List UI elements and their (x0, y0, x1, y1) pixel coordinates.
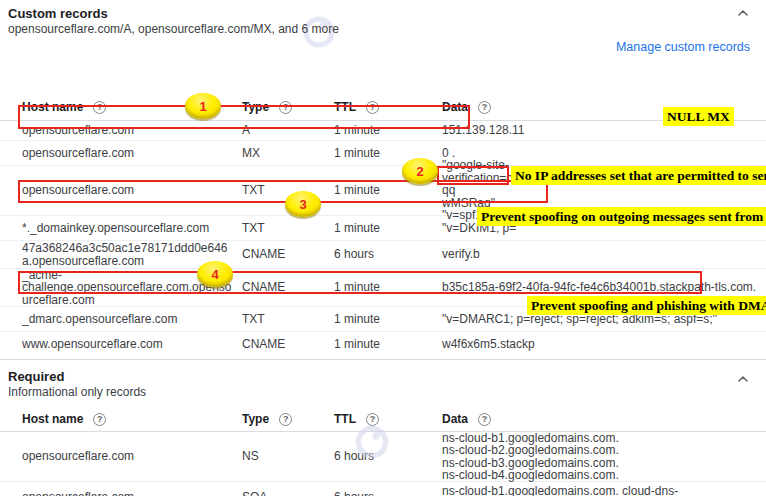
record-hostname: opensourceflare.com (22, 450, 242, 463)
column-header-type: Type? (242, 101, 334, 114)
record-type: MX (242, 147, 334, 160)
record-hostname: _dmarc.opensourceflare.com (22, 313, 242, 326)
record-ttl: 1 minute (334, 184, 442, 197)
record-type: TXT (242, 222, 334, 235)
record-data: w4f6x6m5.stackp (442, 338, 766, 351)
column-header-type: Type? (242, 413, 334, 426)
column-header-data: Data? (442, 101, 766, 114)
record-ttl: 6 hours (334, 450, 442, 463)
record-type: SOA (242, 491, 334, 496)
record-ttl: 1 minute (334, 338, 442, 351)
column-label: Type (242, 101, 269, 114)
record-ttl: 6 hours (334, 491, 442, 496)
record-data: "v=DKIM1; p=" (442, 222, 766, 235)
column-label: TTL (334, 413, 356, 426)
record-type: NS (242, 450, 334, 463)
record-ttl: 1 minute (334, 147, 442, 160)
column-label: TTL (334, 101, 356, 114)
record-ttl: 1 minute (334, 222, 442, 235)
record-type: CNAME (242, 248, 334, 261)
column-header-data: Data? (442, 413, 766, 426)
custom-records-table: Host name? Type? TTL? Data? opensourcefl… (0, 95, 766, 356)
record-hostname: 47a368246a3c50ac1e78171ddd0e646 a.openso… (22, 242, 242, 267)
table-row[interactable]: www.opensourceflare.com CNAME 1 minute w… (0, 332, 766, 356)
record-data: 151.139.128.11 (442, 124, 766, 137)
column-label: Data (442, 101, 468, 114)
record-ttl: 1 minute (334, 124, 442, 137)
help-icon[interactable]: ? (279, 413, 292, 426)
required-records-header: Required Informational only records (0, 360, 766, 400)
record-hostname: www.opensourceflare.com (22, 338, 242, 351)
record-hostname: *._domainkey.opensourceflare.com (22, 222, 242, 235)
custom-records-header: Custom records opensourceflare.com/A, op… (0, 0, 766, 37)
table-row[interactable]: opensourceflare.com TXT 1 minute "google… (0, 166, 766, 216)
record-ttl: 6 hours (334, 248, 442, 261)
record-type: A (242, 124, 334, 137)
help-icon[interactable]: ? (279, 101, 292, 114)
section-title: Required (8, 369, 750, 384)
section-subtitle: opensourceflare.com/A, opensourceflare.c… (8, 22, 750, 37)
help-icon[interactable]: ? (366, 101, 379, 114)
record-type: CNAME (242, 281, 334, 294)
record-hostname: _acme- challenge.opensourceflare.com.ope… (22, 269, 242, 307)
column-label: Type (242, 413, 269, 426)
record-type: TXT (242, 313, 334, 326)
table-header-row: Host name? Type? TTL? Data? (0, 95, 766, 121)
table-row[interactable]: opensourceflare.com NS 6 hours ns-cloud-… (0, 432, 766, 482)
column-label: Data (442, 413, 468, 426)
chevron-up-icon[interactable] (736, 372, 750, 386)
record-type: CNAME (242, 338, 334, 351)
record-data: verify.b (442, 248, 766, 261)
column-header-hostname: Host name? (22, 413, 242, 426)
column-label: Host name (22, 101, 83, 114)
help-icon[interactable]: ? (366, 413, 379, 426)
record-type: TXT (242, 184, 334, 197)
dns-records-page: Custom records opensourceflare.com/A, op… (0, 0, 766, 496)
help-icon[interactable]: ? (93, 413, 106, 426)
record-ttl: 1 minute (334, 313, 442, 326)
table-row[interactable]: _acme- challenge.opensourceflare.com.ope… (0, 269, 766, 307)
chevron-up-icon[interactable] (736, 6, 750, 20)
record-hostname: opensourceflare.com (22, 147, 242, 160)
column-header-ttl: TTL? (334, 413, 442, 426)
record-data: b35c185a-69f2-40fa-94fc-fe4c6b34001b.sta… (442, 281, 766, 294)
table-row[interactable]: _dmarc.opensourceflare.com TXT 1 minute … (0, 307, 766, 332)
table-row[interactable]: opensourceflare.com A 1 minute 151.139.1… (0, 121, 766, 141)
table-row[interactable]: opensourceflare.com SOA 6 hours ns-cloud… (0, 482, 766, 496)
record-data: "google-site- verification=cR0oLVoQbJBun… (442, 159, 766, 222)
help-icon[interactable]: ? (478, 413, 491, 426)
section-title: Custom records (8, 6, 750, 21)
help-icon[interactable]: ? (93, 101, 106, 114)
section-subtitle: Informational only records (8, 385, 750, 400)
table-row[interactable]: 47a368246a3c50ac1e78171ddd0e646 a.openso… (0, 241, 766, 269)
record-data: ns-cloud-b1.googledomains.com. ns-cloud-… (442, 432, 766, 482)
column-header-ttl: TTL? (334, 101, 442, 114)
record-hostname: opensourceflare.com (22, 491, 242, 496)
table-header-row: Host name? Type? TTL? Data? (0, 408, 766, 432)
record-ttl: 1 minute (334, 281, 442, 294)
record-hostname: opensourceflare.com (22, 124, 242, 137)
required-records-table: Host name? Type? TTL? Data? opensourcefl… (0, 408, 766, 496)
manage-custom-records-link[interactable]: Manage custom records (616, 40, 750, 54)
column-label: Host name (22, 413, 83, 426)
help-icon[interactable]: ? (478, 101, 491, 114)
record-data: ns-cloud-b1.googledomains.com. cloud-dns… (442, 485, 766, 496)
record-data: "v=DMARC1; p=reject; sp=reject; adkim=s;… (442, 313, 766, 326)
record-hostname: opensourceflare.com (22, 184, 242, 197)
column-header-hostname: Host name? (22, 101, 242, 114)
